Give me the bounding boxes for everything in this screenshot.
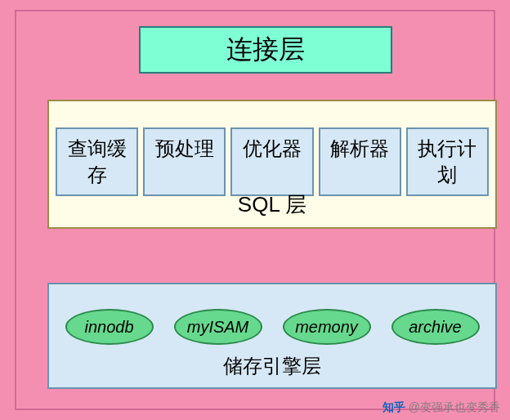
storage-layer-title: 储存引擎层 bbox=[49, 353, 495, 379]
watermark: 知乎 @变强承也变秀香 bbox=[382, 400, 500, 415]
storage-layer-items: innodb myISAM memony archive bbox=[49, 309, 495, 345]
sql-layer-title: SQL 层 bbox=[49, 190, 495, 219]
sql-item-query-cache: 查询缓存 bbox=[56, 127, 138, 196]
sql-layer-box: 查询缓存 预处理 优化器 解析器 执行计划 SQL 层 bbox=[47, 100, 497, 229]
engine-memory: memony bbox=[283, 309, 371, 345]
zhihu-icon: 知乎 bbox=[382, 400, 405, 415]
engine-innodb: innodb bbox=[65, 309, 154, 345]
sql-layer-items: 查询缓存 预处理 优化器 解析器 执行计划 bbox=[49, 127, 495, 196]
sql-item-preprocess: 预处理 bbox=[143, 127, 226, 196]
sql-item-parser: 解析器 bbox=[319, 127, 401, 196]
engine-archive: archive bbox=[391, 309, 480, 345]
engine-myisam: myISAM bbox=[174, 309, 262, 345]
connection-layer-box: 连接层 bbox=[139, 26, 392, 74]
storage-layer-box: innodb myISAM memony archive 储存引擎层 bbox=[47, 283, 497, 389]
connection-layer-title: 连接层 bbox=[226, 32, 305, 68]
sql-item-optimizer: 优化器 bbox=[230, 127, 313, 196]
sql-item-exec-plan: 执行计划 bbox=[406, 127, 489, 196]
diagram-frame: 连接层 查询缓存 预处理 优化器 解析器 执行计划 SQL 层 innodb m… bbox=[15, 10, 495, 410]
watermark-text: @变强承也变秀香 bbox=[409, 400, 500, 415]
